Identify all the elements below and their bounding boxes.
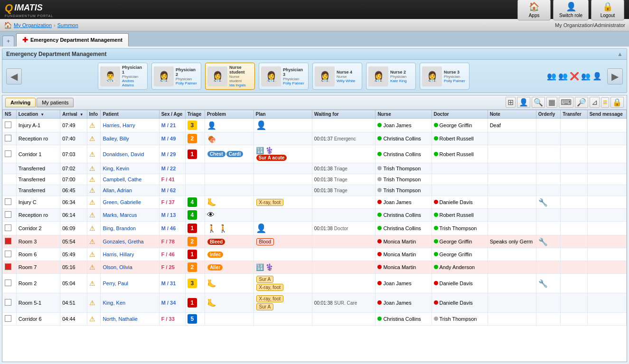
plan-badge[interactable]: X-ray, foot bbox=[256, 295, 283, 302]
cell-patient[interactable]: Olson, Olivia bbox=[101, 261, 159, 274]
staff-card-physician3[interactable]: 👩‍⚕️ Physician 3 Physician Polly Palmer bbox=[259, 63, 309, 90]
logout-button[interactable]: 🔒 Logout bbox=[591, 0, 624, 20]
nav-my-organization[interactable]: My Organization bbox=[14, 22, 52, 28]
cell-patient[interactable]: King, Ken bbox=[101, 293, 159, 313]
nav-summon[interactable]: Summon bbox=[57, 22, 78, 28]
checkbox-ns[interactable] bbox=[5, 238, 11, 244]
cell-patient[interactable]: Harries, Harry bbox=[101, 119, 159, 132]
cell-patient[interactable]: Bailey, Billy bbox=[101, 132, 159, 145]
checkbox-ns[interactable] bbox=[5, 280, 11, 286]
table-row[interactable]: Corridor 604:44⚠North, NathalieF / 335Ch… bbox=[3, 313, 627, 326]
plan-tag[interactable]: Sur A acute bbox=[256, 155, 287, 161]
table-row[interactable]: Room 605:49⚠Harris, HillaryF / 461InfecM… bbox=[3, 248, 627, 261]
home-icon[interactable]: 🏠 bbox=[4, 21, 12, 29]
table-row[interactable]: Transferred07:02⚠King, KevinM / 2200:01:… bbox=[3, 163, 627, 174]
cell-patient[interactable]: Campbell, Cathe bbox=[101, 174, 159, 185]
checkbox-ns[interactable] bbox=[5, 150, 11, 157]
nurse-status-dot bbox=[377, 177, 382, 181]
table-row[interactable]: Reception ro07:40⚠Bailey, BillyM / 492🍖0… bbox=[3, 132, 627, 145]
plan-badge[interactable]: X-ray, foot bbox=[256, 284, 283, 291]
cell-location: Injury A-1 bbox=[16, 119, 60, 132]
data-table[interactable]: NS Location ▼ Arrival ▼ Info Patient Sex… bbox=[2, 110, 627, 362]
checkbox-ns[interactable] bbox=[5, 299, 11, 306]
cell-patient[interactable]: Marks, Marcus bbox=[101, 209, 159, 222]
search-person-icon[interactable]: 🔍 bbox=[532, 97, 545, 108]
magnify-icon[interactable]: 🔎 bbox=[575, 97, 588, 108]
cell-patient[interactable]: Gonzales, Gretha bbox=[101, 235, 159, 248]
cell-patient[interactable]: King, Kevin bbox=[101, 163, 159, 174]
tab-arriving[interactable]: Arriving bbox=[5, 98, 36, 107]
staff-card-physician2[interactable]: 👩‍⚕️ Physician 2 Physician Polly Palmer bbox=[151, 63, 201, 90]
checkbox-ns[interactable] bbox=[5, 121, 11, 128]
table-row[interactable]: Reception ro06:14⚠Marks, MarcusM / 134👁C… bbox=[3, 209, 627, 222]
plan-badge[interactable]: Blood bbox=[256, 238, 274, 245]
staff-remove-icon[interactable]: ❌ bbox=[570, 72, 579, 81]
columns-icon[interactable]: ≡ bbox=[601, 97, 609, 108]
table-row[interactable]: Room 5-104:51⚠King, KenM / 341🦶X-ray, fo… bbox=[3, 293, 627, 313]
table-row[interactable]: Room 705:16⚠Olson, OliviaF / 252Aller🔢 ⚕… bbox=[3, 261, 627, 274]
checkbox-ns[interactable] bbox=[5, 224, 11, 231]
table-row[interactable]: Room 205:04⚠Perry, PaulM / 313🦶Sur AX-ra… bbox=[3, 274, 627, 293]
table-row[interactable]: Transferred07:00⚠Campbell, CatheF / 4100… bbox=[3, 174, 627, 185]
filter-icon[interactable]: ⊿ bbox=[590, 97, 600, 108]
staff-view-icon[interactable]: 👥 bbox=[581, 72, 591, 81]
apps-button[interactable]: 🏠 Apps bbox=[517, 0, 551, 20]
staff-manage-icon[interactable]: 👥 bbox=[558, 72, 568, 81]
table-row[interactable]: Room 305:54⚠Gonzales, GrethaF / 782Bleed… bbox=[3, 235, 627, 248]
table-row[interactable]: Corridor 206:09⚠Bing, BrandonM / 461🚶 🚶👤… bbox=[3, 222, 627, 235]
plan-badge[interactable]: Sur A bbox=[256, 276, 273, 283]
panel-resize-icon[interactable]: ▲ bbox=[617, 51, 623, 57]
staff-single-icon[interactable]: 👤 bbox=[592, 72, 602, 81]
staff-card-physician1[interactable]: 👨‍⚕️ Physician 1 Physician Andres Adams bbox=[98, 63, 148, 90]
cell-patient[interactable]: Harris, Hillary bbox=[101, 248, 159, 261]
add-person-icon[interactable]: 👤 bbox=[517, 97, 530, 108]
cell-transfer bbox=[561, 132, 587, 145]
cell-patient[interactable]: Donaldsen, David bbox=[101, 145, 159, 163]
problem-icon: 🍖 bbox=[207, 135, 216, 143]
problem-tag[interactable]: Cardi bbox=[226, 151, 244, 157]
col-header-arrival[interactable]: Arrival ▼ bbox=[60, 110, 87, 119]
checkbox-ns[interactable] bbox=[5, 135, 11, 141]
waiting-type: Triage bbox=[334, 177, 347, 182]
cell-info: ⚠ bbox=[87, 209, 101, 222]
plan-badge[interactable]: X-ray, foot bbox=[256, 199, 283, 206]
cell-patient[interactable]: Bing, Brandon bbox=[101, 222, 159, 235]
checkbox-ns[interactable] bbox=[5, 198, 11, 205]
table-row[interactable]: Corridor 107:03⚠Donaldsen, DavidM / 291C… bbox=[3, 145, 627, 163]
table-row[interactable]: Injury C06:34⚠Green, GabrielleF / 374🦶X-… bbox=[3, 196, 627, 209]
cell-patient[interactable]: North, Nathalie bbox=[101, 313, 159, 326]
staff-card-nurse2[interactable]: 👩‍⚕️ Nurse 2 Physician Kate King bbox=[366, 63, 416, 90]
table-row[interactable]: Transferred06:45⚠Allan, AdrianM / 6200:0… bbox=[3, 185, 627, 196]
staff-card-nurse4[interactable]: 👩‍⚕️ Nurse 4 Nurse Willy White bbox=[312, 63, 362, 90]
waiting-type: Triage bbox=[334, 166, 347, 171]
tab-my-patients[interactable]: My patients bbox=[37, 98, 74, 107]
cell-info: ⚠ bbox=[87, 293, 101, 313]
staff-card-nurse-student[interactable]: 👩‍⚕️ Nurse student Nurse student Ida Ing… bbox=[205, 63, 255, 90]
col-header-location[interactable]: Location ▼ bbox=[16, 110, 60, 119]
plan-badge[interactable]: Sur A bbox=[256, 303, 273, 310]
tab-add-button[interactable]: + bbox=[2, 36, 14, 47]
cell-patient[interactable]: Green, Gabrielle bbox=[101, 196, 159, 209]
switch-role-button[interactable]: 👤 Switch role bbox=[553, 0, 589, 20]
problem-tag[interactable]: Chest bbox=[207, 151, 225, 157]
problem-tag[interactable]: Infec bbox=[207, 252, 223, 258]
table-icon[interactable]: ▦ bbox=[546, 97, 557, 108]
cell-patient[interactable]: Perry, Paul bbox=[101, 274, 159, 293]
checkbox-ns[interactable] bbox=[5, 251, 11, 257]
checkbox-ns[interactable] bbox=[5, 315, 11, 322]
grid-view-icon[interactable]: ⊞ bbox=[506, 97, 516, 108]
lock-icon[interactable]: 🔒 bbox=[610, 97, 624, 108]
staff-cards: 👨‍⚕️ Physician 1 Physician Andres Adams … bbox=[26, 63, 542, 90]
carousel-prev-button[interactable]: ◀ bbox=[6, 68, 22, 84]
tab-emergency-management[interactable]: ✚ Emergency Department Management bbox=[16, 33, 129, 47]
checkbox-ns[interactable] bbox=[5, 211, 11, 218]
staff-card-nurse3[interactable]: 👩‍⚕️ Nurse 3 Physician Polly Palmer bbox=[420, 63, 469, 90]
table-row[interactable]: Injury A-107:49⚠Harries, HarryM / 213👤👤J… bbox=[3, 119, 627, 132]
keyboard-icon[interactable]: ⌨ bbox=[559, 97, 573, 108]
cell-patient[interactable]: Allan, Adrian bbox=[101, 185, 159, 196]
carousel-next-button[interactable]: ▶ bbox=[607, 68, 623, 84]
checkbox-ns[interactable] bbox=[5, 263, 11, 270]
problem-tag[interactable]: Aller bbox=[207, 264, 223, 271]
problem-tag[interactable]: Bleed bbox=[207, 239, 225, 245]
staff-add-icon[interactable]: 👥 bbox=[547, 72, 556, 81]
